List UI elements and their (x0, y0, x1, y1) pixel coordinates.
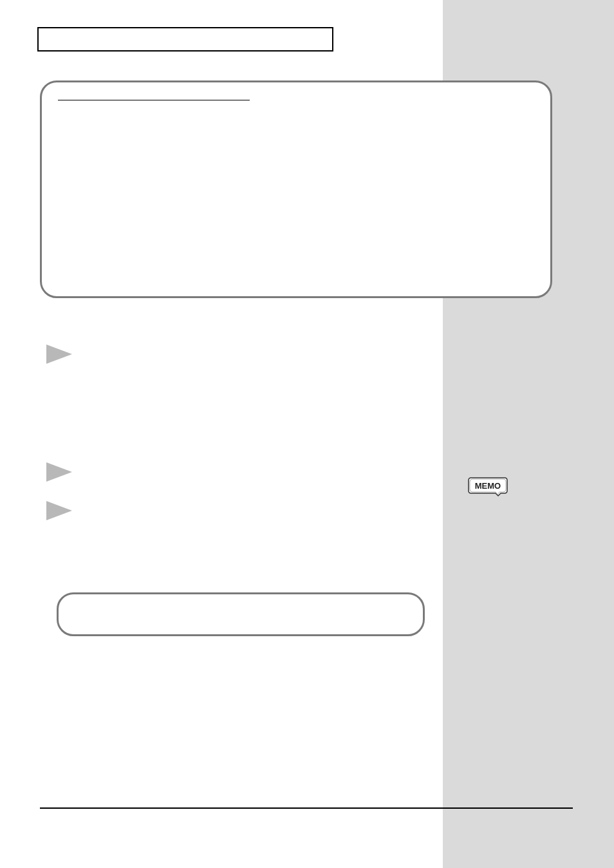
step-arrow-icon (46, 462, 72, 482)
svg-text:MEMO: MEMO (475, 481, 501, 491)
info-panel-large (40, 80, 552, 298)
step-arrow-icon (46, 344, 72, 364)
memo-icon: MEMO (467, 475, 508, 500)
footer-divider (40, 807, 573, 809)
note-panel-small (57, 592, 425, 636)
title-box (37, 27, 333, 52)
heading-underline (58, 100, 250, 100)
step-arrow-icon (46, 501, 72, 520)
